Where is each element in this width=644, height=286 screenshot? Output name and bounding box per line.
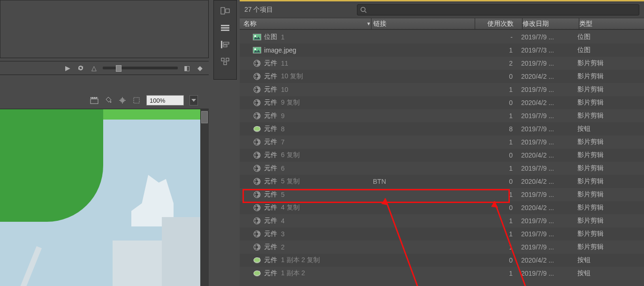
item-name: 元件 <box>264 217 277 225</box>
item-name: 元件 <box>264 85 277 94</box>
vtool-left-align-icon[interactable] <box>218 38 233 51</box>
timeline-marker-icon[interactable]: ◆ <box>196 64 204 72</box>
library-row[interactable]: 元件4 复制02020/4/2 ...影片剪辑 <box>240 201 644 214</box>
stage-canvas[interactable] <box>0 109 200 286</box>
row-type-cell: 影片剪辑 <box>577 190 644 199</box>
item-name: 元件 <box>264 269 277 278</box>
top-panel-box <box>0 0 209 58</box>
mc-icon <box>253 243 261 251</box>
library-row[interactable]: 位图1-2019/7/9 ...位图 <box>240 30 644 44</box>
svg-point-40 <box>256 194 258 196</box>
svg-point-34 <box>256 154 258 156</box>
library-row[interactable]: 元件912019/7/9 ...影片剪辑 <box>240 109 644 122</box>
row-date-cell: 2020/4/2 ... <box>521 73 577 80</box>
vtool-align-icon[interactable] <box>218 4 233 17</box>
registration-icon[interactable] <box>118 97 127 104</box>
row-date-cell: 2020/4/2 ... <box>521 256 577 264</box>
mc-icon <box>253 86 261 93</box>
mc-icon <box>253 60 261 67</box>
row-use-cell: 1 <box>474 230 521 238</box>
row-type-cell: 影片剪辑 <box>577 59 644 68</box>
mc-icon <box>253 178 261 185</box>
item-name: 元件 <box>264 151 277 159</box>
row-date-cell: 2019/7/9 ... <box>521 112 577 120</box>
row-type-cell: 位图 <box>577 46 644 54</box>
svg-point-14 <box>361 7 365 11</box>
item-name: 元件 <box>264 190 277 199</box>
row-name-cell: image.jpeg <box>240 46 371 54</box>
zoom-dropdown-arrow[interactable] <box>189 95 198 105</box>
svg-rect-4 <box>226 9 229 13</box>
bounds-icon[interactable] <box>132 97 141 104</box>
mc-icon <box>253 73 261 80</box>
library-search[interactable] <box>357 4 639 15</box>
row-use-cell: 0 <box>474 256 521 264</box>
row-name-cell: 元件1 副本 2 <box>240 269 371 278</box>
svg-rect-6 <box>221 27 229 29</box>
library-row[interactable]: 元件9 复制02020/4/2 ...影片剪辑 <box>240 96 644 109</box>
library-row[interactable]: 元件212019/7/9 ...影片剪辑 <box>240 241 644 254</box>
library-row[interactable]: 元件512019/7/9 ...影片剪辑 <box>240 188 644 201</box>
svg-point-18 <box>254 48 256 50</box>
vtool-distribute-icon[interactable] <box>218 55 233 68</box>
zoom-value: 100% <box>150 97 165 104</box>
row-use-cell: 0 <box>474 73 521 80</box>
row-name-cell: 元件4 复制 <box>240 203 371 212</box>
column-header-mod-date[interactable]: 修改日期 <box>523 20 579 28</box>
library-search-input[interactable] <box>370 6 639 13</box>
row-use-cell: 8 <box>474 125 521 133</box>
svg-rect-12 <box>226 58 229 61</box>
item-suffix: 6 <box>281 165 285 172</box>
button-icon <box>253 270 261 277</box>
library-row[interactable]: 元件1122019/7/9 ...影片剪辑 <box>240 57 644 70</box>
column-header-link[interactable]: 链接 <box>371 20 475 28</box>
mc-icon <box>253 191 261 198</box>
library-row[interactable]: 元件312019/7/9 ...影片剪辑 <box>240 227 644 241</box>
row-date-cell: 2020/4/2 ... <box>521 99 577 106</box>
row-date-cell: 2020/4/2 ... <box>521 178 577 185</box>
bucket-icon[interactable] <box>104 97 113 104</box>
row-use-cell: 1 <box>474 270 521 277</box>
stage-shape <box>162 217 200 286</box>
column-header-type[interactable]: 类型 <box>579 20 644 28</box>
clapper-icon[interactable] <box>90 97 98 104</box>
row-type-cell: 位图 <box>577 33 644 41</box>
library-row[interactable]: 元件5 复制BTN02020/4/2 ...影片剪辑 <box>240 175 644 188</box>
timeline-triangle-icon[interactable]: △ <box>90 64 98 72</box>
row-use-cell: 1 <box>474 46 521 54</box>
stage-container <box>0 109 209 286</box>
scrollbar-thumb[interactable] <box>201 111 208 123</box>
row-date-cell: 2019/7/9 ... <box>521 270 577 277</box>
vtool-stack-icon[interactable] <box>218 21 233 34</box>
row-name-cell: 元件1 副本 2 复制 <box>240 256 371 264</box>
row-date-cell: 2020/4/2 ... <box>521 204 577 211</box>
library-top-bar: 27 个项目 <box>240 1 644 18</box>
column-header-name[interactable]: 名称 ▼ <box>240 20 371 28</box>
timeline-loop-icon[interactable] <box>76 64 85 72</box>
svg-point-48 <box>256 246 258 248</box>
library-row[interactable]: 元件612019/7/9 ...影片剪辑 <box>240 162 644 175</box>
library-row[interactable]: 元件412019/7/9 ...影片剪辑 <box>240 214 644 227</box>
stage-scrollbar[interactable] <box>200 109 209 286</box>
item-name: 元件 <box>264 203 277 212</box>
library-row[interactable]: image.jpeg12019/7/3 ...位图 <box>240 44 644 57</box>
item-name: 位图 <box>264 33 277 41</box>
left-editor-area: ▶ △ ◧ ◆ 100% <box>0 0 209 286</box>
column-header-use-count[interactable]: 使用次数 <box>475 20 522 28</box>
library-row[interactable]: 元件1012019/7/9 ...影片剪辑 <box>240 83 644 96</box>
library-row[interactable]: 元件10 复制02020/4/2 ...影片剪辑 <box>240 70 644 83</box>
library-row[interactable]: 元件712019/7/9 ...影片剪辑 <box>240 135 644 149</box>
zoom-select[interactable]: 100% <box>146 95 184 105</box>
mc-icon <box>253 99 261 106</box>
library-row[interactable]: 元件1 副本 212019/7/9 ...按钮 <box>240 267 644 280</box>
row-date-cell: 2019/7/9 ... <box>521 86 577 93</box>
library-row[interactable]: 元件882019/7/9 ...按钮 <box>240 122 644 135</box>
row-use-cell: - <box>474 33 521 41</box>
library-row[interactable]: 元件1 副本 2 复制02020/4/2 ...按钮 <box>240 254 644 267</box>
item-suffix: 10 复制 <box>281 72 303 81</box>
timeline-go-icon[interactable]: ▶ <box>63 64 72 72</box>
svg-point-36 <box>256 167 258 169</box>
timeline-slider[interactable] <box>103 67 178 69</box>
timeline-snap-icon[interactable]: ◧ <box>182 64 191 72</box>
library-row[interactable]: 元件6 复制02020/4/2 ...影片剪辑 <box>240 149 644 162</box>
